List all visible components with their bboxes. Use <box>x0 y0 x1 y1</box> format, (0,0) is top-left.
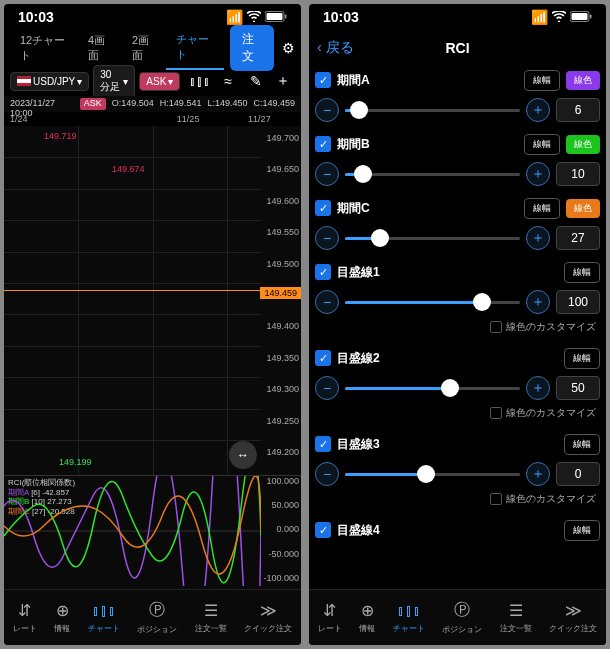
rci-y-tick: 100.000 <box>266 476 299 486</box>
value-input[interactable]: 6 <box>556 98 600 122</box>
nav-チャート[interactable]: ⫾⫿⫾チャート <box>393 602 425 634</box>
slider[interactable] <box>345 173 520 176</box>
linecolor-button[interactable]: 線色 <box>566 135 600 154</box>
increment-button[interactable]: ＋ <box>526 376 550 400</box>
chart-area[interactable]: 149.700149.650149.600149.550149.500149.4… <box>4 126 301 589</box>
view-tabs: 12チャート 4画面 2画面 チャート 注文 ⚙ <box>4 30 301 66</box>
nav-ポジション[interactable]: Ⓟポジション <box>137 600 177 635</box>
decrement-button[interactable]: − <box>315 290 339 314</box>
settings-list[interactable]: ✓期間A線幅線色−＋6✓期間B線幅線色−＋10✓期間C線幅線色−＋27✓目盛線1… <box>309 66 606 589</box>
compare-icon[interactable]: ≈ <box>219 73 237 89</box>
nav-注文一覧[interactable]: ☰注文一覧 <box>500 601 532 634</box>
nav-情報[interactable]: ⊕情報 <box>54 601 70 634</box>
decrement-button[interactable]: − <box>315 462 339 486</box>
value-input[interactable]: 10 <box>556 162 600 186</box>
nav-label: レート <box>318 623 342 634</box>
nav-label: 注文一覧 <box>195 623 227 634</box>
customize-checkbox[interactable] <box>490 407 502 419</box>
setting-label: 目盛線3 <box>337 436 558 453</box>
price-type-selector[interactable]: ASK ▾ <box>139 72 180 91</box>
checkbox-期間A[interactable]: ✓ <box>315 72 331 88</box>
customize-row[interactable]: 線色のカスタマイズ <box>315 490 600 512</box>
value-input[interactable]: 100 <box>556 290 600 314</box>
tab-chart[interactable]: チャート <box>166 26 224 70</box>
nav-icon: ⇵ <box>323 601 336 620</box>
customize-checkbox[interactable] <box>490 493 502 505</box>
linecolor-button[interactable]: 線色 <box>566 71 600 90</box>
nav-レート[interactable]: ⇵レート <box>318 601 342 634</box>
rci-chart[interactable]: RCI(順位相関係数) 期間A [6] -42.857 期間B [10] 27.… <box>4 476 301 586</box>
value-input[interactable]: 27 <box>556 226 600 250</box>
slider[interactable] <box>345 387 520 390</box>
value-input[interactable]: 50 <box>556 376 600 400</box>
checkbox-期間B[interactable]: ✓ <box>315 136 331 152</box>
decrement-button[interactable]: − <box>315 376 339 400</box>
date-tick: 1/24 <box>10 114 81 124</box>
increment-button[interactable]: ＋ <box>526 290 550 314</box>
customize-row[interactable]: 線色のカスタマイズ <box>315 404 600 426</box>
increment-button[interactable]: ＋ <box>526 462 550 486</box>
slider[interactable] <box>345 237 520 240</box>
y-tick: 149.650 <box>266 164 299 174</box>
nav-チャート[interactable]: ⫾⫿⫾チャート <box>88 602 120 634</box>
draw-icon[interactable]: ✎ <box>245 73 267 89</box>
setting-目盛線3: ✓目盛線3線幅−＋0線色のカスタマイズ <box>315 430 600 512</box>
rci-y-tick: -100.000 <box>263 573 299 583</box>
slider[interactable] <box>345 109 520 112</box>
linewidth-button[interactable]: 線幅 <box>564 520 600 541</box>
settings-icon[interactable]: ⚙ <box>282 40 295 56</box>
add-icon[interactable]: ＋ <box>271 72 295 90</box>
y-tick: 149.600 <box>266 196 299 206</box>
nav-label: レート <box>13 623 37 634</box>
slider[interactable] <box>345 473 520 476</box>
decrement-button[interactable]: − <box>315 226 339 250</box>
increment-button[interactable]: ＋ <box>526 226 550 250</box>
checkbox-目盛線1[interactable]: ✓ <box>315 264 331 280</box>
linewidth-button[interactable]: 線幅 <box>524 70 560 91</box>
customize-checkbox[interactable] <box>490 321 502 333</box>
checkbox-期間C[interactable]: ✓ <box>315 200 331 216</box>
decrement-button[interactable]: − <box>315 98 339 122</box>
tab-12chart[interactable]: 12チャート <box>10 27 78 69</box>
y-tick: 149.550 <box>266 227 299 237</box>
phone-left: 10:03 📶 12チャート 4画面 2画面 チャート 注文 ⚙ USD/ <box>4 4 301 645</box>
main-chart[interactable]: 149.700149.650149.600149.550149.500149.4… <box>4 126 301 476</box>
price-type-label: ASK <box>146 76 166 87</box>
nav-クイック注文[interactable]: ≫クイック注文 <box>549 601 597 634</box>
checkbox-目盛線2[interactable]: ✓ <box>315 350 331 366</box>
checkbox-目盛線3[interactable]: ✓ <box>315 436 331 452</box>
nav-label: ポジション <box>442 624 482 635</box>
increment-button[interactable]: ＋ <box>526 98 550 122</box>
decrement-button[interactable]: − <box>315 162 339 186</box>
increment-button[interactable]: ＋ <box>526 162 550 186</box>
timeframe-selector[interactable]: 30分足 ▾ <box>93 65 135 98</box>
nav-ポジション[interactable]: Ⓟポジション <box>442 600 482 635</box>
chevron-down-icon: ▾ <box>123 76 128 87</box>
tab-2screen[interactable]: 2画面 <box>122 27 166 69</box>
linewidth-button[interactable]: 線幅 <box>564 262 600 283</box>
nav-label: クイック注文 <box>549 623 597 634</box>
ohlc-close: C:149.459 <box>253 98 295 110</box>
nav-注文一覧[interactable]: ☰注文一覧 <box>195 601 227 634</box>
tab-4screen[interactable]: 4画面 <box>78 27 122 69</box>
indicator-icon[interactable]: ⫾⫿⫾ <box>184 73 215 89</box>
linewidth-button[interactable]: 線幅 <box>564 348 600 369</box>
linewidth-button[interactable]: 線幅 <box>524 134 560 155</box>
nav-icon: ⇵ <box>18 601 31 620</box>
nav-情報[interactable]: ⊕情報 <box>359 601 375 634</box>
nav-レート[interactable]: ⇵レート <box>13 601 37 634</box>
linecolor-button[interactable]: 線色 <box>566 199 600 218</box>
nav-icon: ☰ <box>204 601 218 620</box>
back-button[interactable]: ‹ 戻る <box>317 39 354 57</box>
pan-button[interactable]: ↔ <box>229 441 257 469</box>
pair-selector[interactable]: USD/JPY ▾ <box>10 72 89 91</box>
value-input[interactable]: 0 <box>556 462 600 486</box>
nav-クイック注文[interactable]: ≫クイック注文 <box>244 601 292 634</box>
linewidth-button[interactable]: 線幅 <box>564 434 600 455</box>
slider[interactable] <box>345 301 520 304</box>
customize-row[interactable]: 線色のカスタマイズ <box>315 318 600 340</box>
checkbox-目盛線4[interactable]: ✓ <box>315 522 331 538</box>
order-button[interactable]: 注文 <box>230 25 274 71</box>
nav-label: 情報 <box>359 623 375 634</box>
linewidth-button[interactable]: 線幅 <box>524 198 560 219</box>
